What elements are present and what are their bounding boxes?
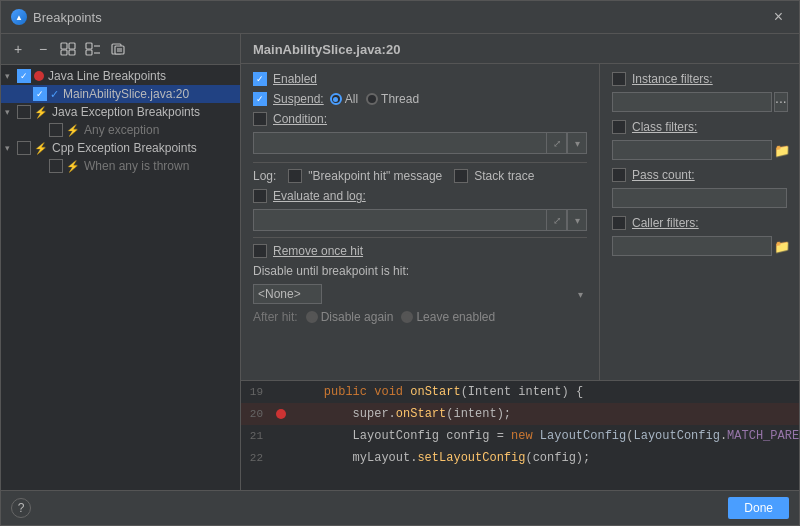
condition-input-wrap: ⤢ ▾: [253, 132, 587, 154]
instance-input[interactable]: [612, 92, 772, 112]
svg-rect-6: [86, 50, 92, 55]
line-content-20: super.onStart(intent);: [291, 407, 799, 421]
tree-item-cpp-exception[interactable]: ⚡ Cpp Exception Breakpoints: [1, 139, 240, 157]
remove-button[interactable]: −: [32, 38, 54, 60]
lightning-dim-icon: ⚡: [66, 124, 80, 137]
radio-thread-circle: [366, 93, 378, 105]
line-num-21: 21: [241, 430, 271, 442]
radio-disable-again-circle: [306, 311, 318, 323]
pass-count-input-row: [612, 188, 787, 208]
code-line-21: 21 LayoutConfig config = new LayoutConfi…: [241, 425, 799, 447]
instance-filters-checkbox[interactable]: [612, 72, 626, 86]
suspend-row: Suspend: All Thread: [253, 92, 587, 106]
evaluate-label: Evaluate and log:: [273, 189, 366, 203]
title-bar: ▲ Breakpoints ×: [1, 1, 799, 34]
tree-arrow-java-line: [5, 71, 17, 81]
disable-until-label: Disable until breakpoint is hit:: [253, 264, 409, 278]
class-filters-checkbox[interactable]: [612, 120, 626, 134]
suspend-label: Suspend:: [273, 92, 324, 106]
remove-once-checkbox[interactable]: [253, 244, 267, 258]
tree-item-java-line[interactable]: Java Line Breakpoints: [1, 67, 240, 85]
tree-item-java-exception[interactable]: ⚡ Java Exception Breakpoints: [1, 103, 240, 121]
tree-arrow-cpp-ex: [5, 143, 17, 153]
app-icon: ▲: [11, 9, 27, 25]
checkbox-main[interactable]: [33, 87, 47, 101]
icon1-button[interactable]: [57, 38, 79, 60]
caller-filters-label: Caller filters:: [632, 216, 699, 230]
left-panel: + −: [1, 34, 241, 490]
line-num-22: 22: [241, 452, 271, 464]
help-button[interactable]: ?: [11, 498, 31, 518]
add-button[interactable]: +: [7, 38, 29, 60]
radio-all-circle: [330, 93, 342, 105]
any-exception-label: Any exception: [84, 123, 159, 137]
when-thrown-label: When any is thrown: [84, 159, 189, 173]
tree-arrow-java-ex: [5, 107, 17, 117]
lightning-icon: ⚡: [34, 106, 48, 119]
icon2-button[interactable]: [82, 38, 104, 60]
code-area: 19 public void onStart(Intent intent) { …: [241, 380, 799, 490]
condition-expand-btn[interactable]: ⤢: [547, 132, 567, 154]
evaluate-input[interactable]: [253, 209, 547, 231]
instance-filters-label: Instance filters:: [632, 72, 713, 86]
condition-checkbox[interactable]: [253, 112, 267, 126]
enabled-checkbox[interactable]: [253, 72, 267, 86]
radio-all[interactable]: All: [330, 92, 358, 106]
bp-header: MainAbilitySlice.java:20: [241, 34, 799, 64]
radio-disable-again[interactable]: Disable again: [306, 310, 394, 324]
condition-arrow-btn[interactable]: ▾: [567, 132, 587, 154]
suspend-checkbox[interactable]: [253, 92, 267, 106]
evaluate-expand-btn[interactable]: ⤢: [547, 209, 567, 231]
bp-hit-checkbox[interactable]: [288, 169, 302, 183]
evaluate-checkbox[interactable]: [253, 189, 267, 203]
right-panel: MainAbilitySlice.java:20 Enabled Suspend…: [241, 34, 799, 490]
pass-count-checkbox[interactable]: [612, 168, 626, 182]
close-button[interactable]: ×: [768, 7, 789, 27]
line-gutter-20: [271, 409, 291, 419]
done-button[interactable]: Done: [728, 497, 789, 519]
log-section: Log: "Breakpoint hit" message Stack trac…: [253, 169, 587, 231]
config-left: Enabled Suspend: All: [241, 64, 599, 380]
caller-input[interactable]: [612, 236, 772, 256]
class-input[interactable]: [612, 140, 772, 160]
tree-item-when-thrown[interactable]: ⚡ When any is thrown: [1, 157, 240, 175]
radio-thread[interactable]: Thread: [366, 92, 419, 106]
checkbox-when[interactable]: [49, 159, 63, 173]
tree-item-any-exception[interactable]: ⚡ Any exception: [1, 121, 240, 139]
svg-rect-1: [69, 43, 75, 49]
caller-filters-row: Caller filters:: [612, 216, 787, 230]
pass-count-input[interactable]: [612, 188, 787, 208]
evaluate-arrow-btn[interactable]: ▾: [567, 209, 587, 231]
disable-dropdown-wrap: <None> ▾: [253, 284, 587, 304]
tree-item-main-ability[interactable]: ✓ MainAbilitySlice.java:20: [1, 85, 240, 103]
suspend-radio-group: All Thread: [330, 92, 419, 106]
radio-leave-enabled[interactable]: Leave enabled: [401, 310, 495, 324]
caller-folder-btn[interactable]: 📁: [774, 236, 790, 256]
class-folder-btn[interactable]: 📁: [774, 140, 790, 160]
code-line-22: 22 myLayout.setLayoutConfig(config);: [241, 447, 799, 469]
main-ability-label: MainAbilitySlice.java:20: [63, 87, 189, 101]
config-right: Instance filters: ··· Class filters: 📁: [599, 64, 799, 380]
checkbox-java-ex[interactable]: [17, 105, 31, 119]
caller-filters-checkbox[interactable]: [612, 216, 626, 230]
breakpoints-dialog: ▲ Breakpoints × + −: [0, 0, 800, 526]
class-filters-row: Class filters:: [612, 120, 787, 134]
dialog-title: Breakpoints: [33, 10, 102, 25]
icon3-button[interactable]: [107, 38, 129, 60]
evaluate-row: Evaluate and log:: [253, 189, 587, 203]
code-line-19: 19 public void onStart(Intent intent) {: [241, 381, 799, 403]
svg-rect-0: [61, 43, 67, 49]
line-num-20: 20: [241, 408, 271, 420]
stack-trace-checkbox[interactable]: [454, 169, 468, 183]
checkbox-any-ex[interactable]: [49, 123, 63, 137]
instance-ellipsis-btn[interactable]: ···: [774, 92, 788, 112]
checkbox-java-line[interactable]: [17, 69, 31, 83]
separator1: [253, 162, 587, 163]
disable-until-row: Disable until breakpoint is hit:: [253, 264, 587, 278]
evaluate-input-wrap: ⤢ ▾: [253, 209, 587, 231]
disable-dropdown[interactable]: <None>: [253, 284, 322, 304]
svg-rect-3: [69, 50, 75, 55]
condition-input[interactable]: [253, 132, 547, 154]
bottom-bar: ? Done: [1, 490, 799, 525]
checkbox-cpp-ex[interactable]: [17, 141, 31, 155]
